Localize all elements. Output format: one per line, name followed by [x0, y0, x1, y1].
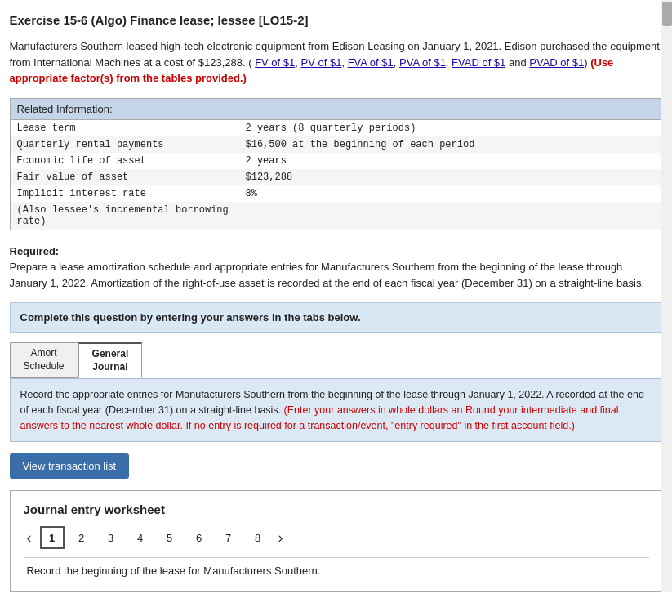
tab-amort-schedule[interactable]: Amort Schedule	[10, 342, 78, 378]
quarterly-payments-value: $16,500 at the beginning of each period	[239, 136, 662, 153]
intro-paragraph: Manufacturers Southern leased high-tech …	[10, 38, 663, 87]
tabs-row: Amort Schedule General Journal	[10, 342, 663, 378]
table-row: Economic life of asset 2 years	[11, 153, 662, 169]
worksheet-title: Journal entry worksheet	[24, 502, 649, 516]
pvad-link[interactable]: PVAD of $1	[529, 56, 584, 69]
pv-link[interactable]: PV of $1	[301, 56, 342, 69]
view-transaction-list-button[interactable]: View transaction list	[10, 453, 130, 479]
pagination-row: ‹ 1 2 3 4 5 6 7 8 ›	[24, 526, 649, 549]
page-5-button[interactable]: 5	[158, 526, 182, 549]
record-text: Record the beginning of the lease for Ma…	[24, 557, 649, 583]
tab-general-journal[interactable]: General Journal	[78, 342, 143, 378]
page-4-button[interactable]: 4	[128, 526, 153, 549]
interest-rate-value: 8%	[239, 185, 662, 202]
scrollbar-thumb[interactable]	[662, 2, 672, 26]
fv-link[interactable]: FV of $1	[255, 56, 295, 69]
table-row: Implicit interest rate 8%	[11, 185, 662, 202]
economic-life-label: Economic life of asset	[11, 153, 239, 169]
page-6-button[interactable]: 6	[187, 526, 211, 549]
lease-term-value: 2 years (8 quarterly periods)	[239, 120, 662, 136]
page-7-button[interactable]: 7	[216, 526, 241, 549]
page-2-button[interactable]: 2	[69, 526, 94, 549]
interest-rate-label: Implicit interest rate	[11, 185, 239, 202]
instruction-box: Record the appropriate entries for Manuf…	[10, 378, 663, 442]
table-row: (Also lessee's incremental borrowing rat…	[11, 202, 662, 230]
fva-link[interactable]: FVA of $1	[348, 56, 394, 69]
page-8-button[interactable]: 8	[246, 526, 270, 549]
quarterly-payments-label: Quarterly rental payments	[11, 136, 239, 153]
page-title: Exercise 15-6 (Algo) Finance lease; less…	[10, 13, 663, 27]
complete-box: Complete this question by entering your …	[10, 302, 663, 333]
table-row: Fair value of asset $123,288	[11, 169, 662, 185]
page-3-button[interactable]: 3	[99, 526, 123, 549]
lessee-note-label: (Also lessee's incremental borrowing rat…	[11, 202, 239, 230]
next-page-button[interactable]: ›	[275, 528, 287, 548]
required-text: Prepare a lease amortization schedule an…	[10, 261, 645, 289]
economic-life-value: 2 years	[239, 153, 662, 169]
related-info-header: Related Information:	[11, 99, 662, 120]
required-label: Required:	[10, 245, 60, 257]
related-info-box: Related Information: Lease term 2 years …	[10, 98, 663, 230]
related-info-table: Lease term 2 years (8 quarterly periods)…	[11, 120, 662, 230]
page-1-button[interactable]: 1	[40, 526, 65, 549]
fair-value-value: $123,288	[239, 169, 662, 185]
table-row: Lease term 2 years (8 quarterly periods)	[11, 120, 662, 136]
prev-page-button[interactable]: ‹	[24, 528, 35, 548]
scrollbar[interactable]	[661, 0, 672, 592]
lessee-note-value	[239, 202, 662, 230]
fvad-link[interactable]: FVAD of $1	[452, 56, 505, 69]
pva-link[interactable]: PVA of $1	[399, 56, 446, 69]
required-section: Required: Prepare a lease amortization s…	[10, 243, 663, 292]
table-row: Quarterly rental payments $16,500 at the…	[11, 136, 662, 153]
lease-term-label: Lease term	[11, 120, 239, 136]
worksheet-box: Journal entry worksheet ‹ 1 2 3 4 5 6 7 …	[10, 490, 663, 592]
fair-value-label: Fair value of asset	[11, 169, 239, 185]
